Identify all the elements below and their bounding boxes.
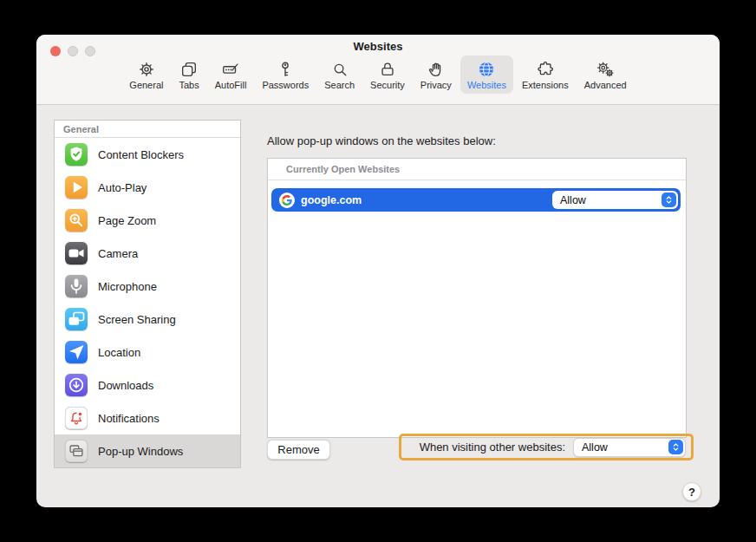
permission-value: Allow [560,194,586,206]
sidebar-item-notifications[interactable]: Notifications [55,402,240,434]
video-camera-icon [65,242,88,264]
window-title: Websites [36,40,720,53]
other-websites-label: When visiting other websites: [420,441,565,454]
remove-button[interactable]: Remove [267,440,330,460]
tab-general[interactable]: General [122,56,170,94]
sidebar-item-label: Page Zoom [98,214,156,227]
help-button[interactable]: ? [682,482,701,501]
screens-icon [65,308,88,330]
sidebar-item-page-zoom[interactable]: Page Zoom [55,204,240,237]
window-chrome: Websites General Tabs AutoFill Passwords [36,35,720,105]
lock-icon [378,60,397,79]
download-circle-icon [65,374,88,396]
tab-privacy[interactable]: Privacy [414,56,459,94]
sidebar-item-label: Auto-Play [98,181,147,194]
other-websites-value: Allow [582,441,608,454]
sidebar-section-header: General [55,121,240,138]
site-permission-dropdown[interactable]: Allow [552,191,678,209]
sidebar-item-label: Location [98,346,140,359]
hand-icon [427,60,446,79]
gear-icon [137,60,156,79]
sidebar-item-label: Camera [98,247,138,260]
sidebar-item-label: Content Blockers [98,148,184,161]
table-header: Currently Open Websites [268,159,686,180]
globe-icon [477,60,496,79]
sidebar-item-auto-play[interactable]: Auto-Play [55,171,240,204]
websites-sidebar: General Content Blockers Auto-Play Page … [54,120,241,468]
tab-label: General [129,80,163,90]
sidebar-item-label: Downloads [98,379,153,392]
tab-label: AutoFill [215,80,247,90]
popup-windows-icon [65,440,88,462]
tab-label: Security [370,80,405,90]
safari-preferences-window: Websites General Tabs AutoFill Passwords [36,35,720,507]
tab-extensions[interactable]: Extensions [515,56,576,94]
tab-label: Passwords [262,80,309,90]
tab-label: Tabs [179,80,199,90]
tab-websites[interactable]: Websites [460,56,513,94]
key-icon [276,60,295,79]
tab-security[interactable]: Security [363,56,412,94]
navigation-arrow-icon [65,341,88,363]
sidebar-item-downloads[interactable]: Downloads [55,369,240,402]
table-row-google[interactable]: google.com Allow [271,188,681,212]
tab-label: Search [324,80,355,90]
sidebar-item-label: Microphone [98,280,157,293]
zoom-plus-icon [65,209,88,232]
sidebar-item-content-blockers[interactable]: Content Blockers [55,138,240,171]
sidebar-item-microphone[interactable]: Microphone [55,270,240,303]
autofill-pencil-icon [221,60,240,79]
tabs-icon [179,60,199,79]
sidebar-item-pop-up-windows[interactable]: Pop-up Windows [55,434,240,467]
tab-search[interactable]: Search [317,56,362,94]
magnifier-icon [330,60,349,79]
bell-icon [65,407,88,429]
chevron-up-down-icon [668,440,683,454]
puzzle-icon [536,60,555,79]
site-name: google.com [301,194,552,206]
tab-label: Privacy [420,80,452,90]
desktop-background: Websites General Tabs AutoFill Passwords [0,0,756,542]
sidebar-item-camera[interactable]: Camera [55,237,240,270]
play-icon [65,176,88,199]
google-g-icon [279,193,295,208]
tab-tabs[interactable]: Tabs [172,56,205,94]
sidebar-item-label: Pop-up Windows [98,445,183,458]
websites-table: Currently Open Websites google.com Allow [267,158,687,438]
tab-label: Websites [467,80,506,90]
popup-settings-heading: Allow pop-up windows on the websites bel… [267,134,496,147]
preferences-toolbar: General Tabs AutoFill Passwords Search [36,56,720,94]
tab-advanced[interactable]: Advanced [577,56,634,94]
chevron-up-down-icon [662,193,676,207]
sidebar-item-location[interactable]: Location [55,336,240,369]
tab-label: Advanced [584,80,627,90]
sidebar-item-label: Screen Sharing [98,313,176,326]
tab-autofill[interactable]: AutoFill [208,56,254,94]
annotation-highlight-box: When visiting other websites: Allow [399,434,694,460]
tab-passwords[interactable]: Passwords [255,56,316,94]
shield-check-icon [65,143,88,166]
other-websites-dropdown[interactable]: Allow [573,438,686,457]
tab-label: Extensions [522,80,569,90]
microphone-icon [65,275,88,297]
gears-icon [596,60,615,79]
sidebar-item-screen-sharing[interactable]: Screen Sharing [55,303,240,336]
sidebar-item-label: Notifications [98,412,160,425]
